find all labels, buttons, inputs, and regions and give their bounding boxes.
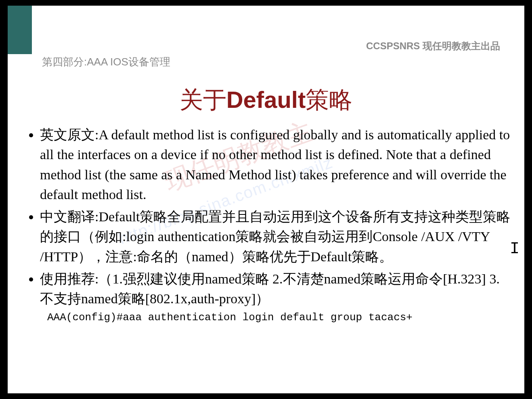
title-suffix: 策略 <box>306 87 352 113</box>
header-section: 第四部分:AAA IOS设备管理 <box>42 55 170 69</box>
title-word: Default <box>226 86 306 113</box>
header-accent-block <box>8 6 32 54</box>
bullet-item: 英文原文:A default method list is configured… <box>40 125 512 204</box>
slide-title: 关于Default策略 <box>8 84 524 116</box>
code-line: AAA(config)#aaa authentication login def… <box>47 311 512 323</box>
header-day: 第一天 <box>40 36 76 52</box>
slide: 第一天 第四部分:AAA IOS设备管理 CCSPSNRS 现任明教教主出品 现… <box>8 6 524 393</box>
bullet-list: 英文原文:A default method list is configured… <box>24 125 512 309</box>
title-prefix: 关于 <box>180 87 226 113</box>
slide-body: 英文原文:A default method list is configured… <box>24 125 512 323</box>
text-cursor-icon: I <box>510 240 519 258</box>
header-credit: CCSPSNRS 现任明教教主出品 <box>366 40 500 52</box>
bullet-item: 使用推荐:（1.强烈建议使用named策略 2.不清楚named策略运用命令[H… <box>40 269 512 309</box>
bullet-item: 中文翻译:Default策略全局配置并且自动运用到这个设备所有支持这种类型策略的… <box>40 207 512 267</box>
